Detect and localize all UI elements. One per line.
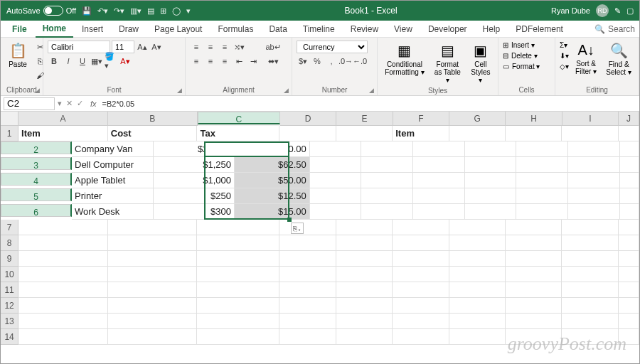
font-color-button[interactable]: A▾ — [119, 55, 132, 68]
cell-D5[interactable] — [310, 188, 362, 204]
cell-G6[interactable] — [465, 204, 517, 220]
cell-B6[interactable]: $300 — [154, 204, 235, 220]
cell-E4[interactable] — [361, 173, 413, 188]
row-header[interactable]: 12 — [1, 298, 18, 314]
cell-E7[interactable] — [336, 220, 393, 235]
cell-A10[interactable] — [18, 267, 108, 282]
row-header[interactable]: 13 — [1, 314, 18, 329]
cell-E3[interactable] — [361, 157, 413, 173]
sort-filter-button[interactable]: A↓Sort & Filter ▾ — [572, 41, 600, 77]
cell-J2[interactable] — [620, 141, 639, 157]
cell-H12[interactable] — [506, 298, 562, 314]
cell-H11[interactable] — [506, 282, 562, 298]
row-header[interactable]: 9 — [1, 251, 18, 267]
cell-B11[interactable] — [108, 282, 198, 298]
cell-G3[interactable] — [465, 157, 517, 173]
cell-B12[interactable] — [108, 298, 198, 314]
dec-decimal-icon[interactable]: ←.0 — [353, 55, 366, 68]
cell-D2[interactable] — [310, 141, 362, 157]
cell-G12[interactable] — [449, 298, 506, 314]
dialog-launcher-icon[interactable]: ◢ — [177, 87, 182, 94]
cancel-icon[interactable]: ✕ — [66, 99, 73, 108]
cell-I10[interactable] — [562, 267, 618, 282]
col-header-d[interactable]: D — [280, 112, 336, 126]
col-header-j[interactable]: J — [619, 112, 639, 126]
row-header[interactable]: 1 — [1, 126, 18, 141]
cell-E6[interactable] — [361, 204, 413, 220]
cell-F3[interactable] — [413, 157, 465, 173]
cell-C13[interactable] — [197, 314, 279, 329]
cell-B10[interactable] — [108, 267, 198, 282]
cell-E5[interactable] — [361, 188, 413, 204]
cell-G8[interactable] — [449, 235, 506, 251]
tab-page-layout[interactable]: Page Layout — [147, 21, 209, 37]
row-header[interactable]: 3 — [1, 157, 72, 170]
cell-I8[interactable] — [562, 235, 618, 251]
indent-inc-icon[interactable]: ⇥ — [247, 55, 260, 68]
shrink-font-icon[interactable]: A▾ — [150, 41, 163, 53]
cell-B2[interactable]: $25,000 — [154, 141, 235, 157]
cell-A5[interactable]: Printer — [72, 188, 154, 204]
delete-cells-button[interactable]: ⊟Delete ▾ — [503, 51, 538, 60]
cell-B14[interactable] — [108, 329, 198, 345]
orientation-icon[interactable]: ⤭▾ — [233, 41, 245, 53]
cell-A4[interactable]: Apple Tablet — [72, 173, 154, 188]
cell-J8[interactable] — [619, 235, 639, 251]
cell-D12[interactable] — [279, 298, 336, 314]
dialog-launcher-icon[interactable]: ◢ — [284, 87, 289, 94]
row-header[interactable]: 8 — [1, 235, 18, 251]
conditional-formatting-button[interactable]: ▦Conditional Formatting ▾ — [382, 41, 427, 77]
cell-D13[interactable] — [279, 314, 336, 329]
indent-dec-icon[interactable]: ⇤ — [233, 55, 245, 68]
cell-A7[interactable] — [18, 220, 108, 235]
align-right-icon[interactable]: ≡ — [218, 55, 231, 68]
number-format-select[interactable]: Currency — [297, 41, 368, 53]
cell-J11[interactable] — [619, 282, 639, 298]
comma-icon[interactable]: , — [325, 55, 338, 68]
cell-C11[interactable] — [197, 282, 279, 298]
cell-C7[interactable] — [197, 220, 279, 235]
tab-help[interactable]: Help — [476, 21, 508, 37]
cell-A13[interactable] — [18, 314, 108, 329]
tab-review[interactable]: Review — [343, 21, 385, 37]
row-header[interactable]: 6 — [1, 204, 72, 217]
qat-icon[interactable]: ▤ — [147, 6, 154, 16]
cell-F5[interactable] — [413, 188, 465, 204]
col-header-h[interactable]: H — [506, 112, 562, 126]
cell-A1[interactable]: Item — [18, 126, 108, 141]
bold-button[interactable]: B — [48, 55, 60, 68]
cell-B3[interactable]: $1,250 — [154, 157, 235, 173]
worksheet-grid[interactable]: A B C D E F G H I J 1ItemCostTaxItem2Com… — [1, 112, 639, 345]
cell-J1[interactable] — [619, 126, 639, 141]
cell-E8[interactable] — [336, 235, 393, 251]
cell-D1[interactable] — [279, 126, 336, 141]
qat-more-icon[interactable]: ▾ — [186, 6, 191, 16]
fill-color-button[interactable]: 🪣▾ — [105, 55, 117, 68]
cell-D4[interactable] — [310, 173, 362, 188]
cell-I5[interactable] — [568, 188, 620, 204]
cell-I1[interactable] — [562, 126, 618, 141]
cell-D11[interactable] — [279, 282, 336, 298]
qat-icon[interactable]: ⊞ — [160, 6, 166, 16]
cell-D10[interactable] — [279, 267, 336, 282]
dialog-launcher-icon[interactable]: ◢ — [35, 87, 40, 94]
cell-G2[interactable] — [465, 141, 517, 157]
undo-icon[interactable]: ↶▾ — [97, 6, 108, 16]
save-icon[interactable]: 💾 — [82, 6, 92, 16]
cell-F1[interactable]: Item — [393, 126, 449, 141]
cell-H9[interactable] — [506, 251, 562, 267]
cell-F2[interactable] — [413, 141, 465, 157]
currency-icon[interactable]: $▾ — [297, 55, 309, 68]
align-bottom-icon[interactable]: ≡ — [218, 41, 231, 53]
col-header-b[interactable]: B — [108, 112, 198, 126]
cell-E1[interactable] — [336, 126, 393, 141]
cell-F12[interactable] — [393, 298, 449, 314]
tab-formulas[interactable]: Formulas — [210, 21, 260, 37]
cell-G9[interactable] — [449, 251, 506, 267]
cell-E11[interactable] — [336, 282, 393, 298]
cell-D6[interactable] — [310, 204, 362, 220]
cell-B13[interactable] — [108, 314, 198, 329]
autofill-options-button[interactable]: ⎘▾ — [291, 223, 304, 234]
cell-G13[interactable] — [449, 314, 506, 329]
fx-icon[interactable]: fx — [87, 100, 100, 108]
